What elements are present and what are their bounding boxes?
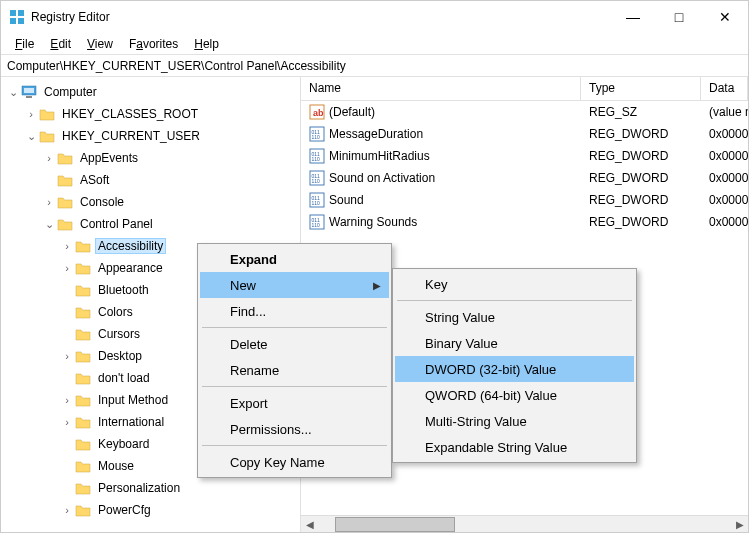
column-data[interactable]: Data	[701, 77, 748, 100]
menu-favorites[interactable]: Favorites	[121, 35, 186, 53]
minimize-button[interactable]: —	[610, 1, 656, 33]
folder-icon	[75, 370, 91, 386]
folder-icon	[75, 282, 91, 298]
ctx-new-dword[interactable]: DWORD (32-bit) Value	[395, 356, 634, 382]
chevron-none	[59, 480, 75, 496]
value-type: REG_DWORD	[581, 125, 701, 143]
ctx-new-binary[interactable]: Binary Value	[395, 330, 634, 356]
address-bar[interactable]: Computer\HKEY_CURRENT_USER\Control Panel…	[1, 55, 748, 77]
horizontal-scrollbar[interactable]: ◀ ▶	[301, 515, 748, 532]
folder-icon	[39, 128, 55, 144]
folder-icon	[57, 150, 73, 166]
tree-label: Control Panel	[77, 216, 156, 232]
list-row[interactable]: MessageDurationREG_DWORD0x00000005 (5)	[301, 123, 748, 145]
chevron-right-icon[interactable]: ›	[59, 348, 75, 364]
chevron-right-icon[interactable]: ›	[59, 238, 75, 254]
value-data: (value not set)	[701, 103, 748, 121]
ctx-rename[interactable]: Rename	[200, 357, 389, 383]
binary-value-icon	[309, 192, 325, 208]
maximize-button[interactable]: □	[656, 1, 702, 33]
value-name: Sound on Activation	[329, 171, 435, 185]
binary-value-icon	[309, 126, 325, 142]
value-type: REG_DWORD	[581, 191, 701, 209]
value-name: MinimumHitRadius	[329, 149, 430, 163]
tree-label: Desktop	[95, 348, 145, 364]
menu-edit[interactable]: Edit	[42, 35, 79, 53]
column-type[interactable]: Type	[581, 77, 701, 100]
column-name[interactable]: Name	[301, 77, 581, 100]
tree-label: Mouse	[95, 458, 137, 474]
folder-icon	[57, 194, 73, 210]
folder-icon	[75, 502, 91, 518]
tree-root[interactable]: ⌄ Computer	[1, 81, 300, 103]
chevron-right-icon[interactable]: ›	[59, 392, 75, 408]
tree-appevents[interactable]: › AppEvents	[1, 147, 300, 169]
ctx-new[interactable]: New ▶	[200, 272, 389, 298]
ctx-permissions[interactable]: Permissions...	[200, 416, 389, 442]
ctx-find[interactable]: Find...	[200, 298, 389, 324]
ctx-new-string[interactable]: String Value	[395, 304, 634, 330]
tree-label: Appearance	[95, 260, 166, 276]
chevron-down-icon[interactable]: ⌄	[41, 216, 57, 232]
ctx-expand[interactable]: Expand	[200, 246, 389, 272]
folder-icon	[57, 216, 73, 232]
tree-label: Cursors	[95, 326, 143, 342]
close-button[interactable]: ✕	[702, 1, 748, 33]
ctx-copykeyname[interactable]: Copy Key Name	[200, 449, 389, 475]
binary-value-icon	[309, 214, 325, 230]
ctx-new-expandstring[interactable]: Expandable String Value	[395, 434, 634, 460]
chevron-right-icon[interactable]: ›	[23, 106, 39, 122]
ctx-new-multistring[interactable]: Multi-String Value	[395, 408, 634, 434]
list-row[interactable]: MinimumHitRadiusREG_DWORD0x00000000 (0)	[301, 145, 748, 167]
tree-label: Console	[77, 194, 127, 210]
chevron-right-icon[interactable]: ›	[59, 260, 75, 276]
ctx-export[interactable]: Export	[200, 390, 389, 416]
folder-icon	[75, 436, 91, 452]
tree-hkcu[interactable]: ⌄ HKEY_CURRENT_USER	[1, 125, 300, 147]
list-row[interactable]: SoundREG_DWORD0x00000000 (0)	[301, 189, 748, 211]
list-row[interactable]: Warning SoundsREG_DWORD0x00000001 (1)	[301, 211, 748, 233]
tree-powercfg[interactable]: › PowerCfg	[1, 499, 300, 521]
folder-icon	[57, 172, 73, 188]
title-bar: Registry Editor — □ ✕	[1, 1, 748, 33]
ctx-delete[interactable]: Delete	[200, 331, 389, 357]
list-row[interactable]: (Default)REG_SZ(value not set)	[301, 101, 748, 123]
tree-label: HKEY_CURRENT_USER	[59, 128, 203, 144]
tree-controlpanel[interactable]: ⌄ Control Panel	[1, 213, 300, 235]
regedit-icon	[9, 9, 25, 25]
folder-icon	[75, 260, 91, 276]
list-row[interactable]: Sound on ActivationREG_DWORD0x00000000 (…	[301, 167, 748, 189]
menu-file[interactable]: File	[7, 35, 42, 53]
tree-label: AppEvents	[77, 150, 141, 166]
tree-label: PowerCfg	[95, 502, 154, 518]
tree-asoft[interactable]: ASoft	[1, 169, 300, 191]
chevron-right-icon[interactable]: ›	[59, 502, 75, 518]
tree-console[interactable]: › Console	[1, 191, 300, 213]
tree-label: Personalization	[95, 480, 183, 496]
scroll-left-icon[interactable]: ◀	[301, 516, 318, 533]
ctx-new-key[interactable]: Key	[395, 271, 634, 297]
menu-view[interactable]: View	[79, 35, 121, 53]
menu-help[interactable]: Help	[186, 35, 227, 53]
scroll-thumb[interactable]	[335, 517, 455, 532]
chevron-none	[59, 304, 75, 320]
context-menu-key: Expand New ▶ Find... Delete Rename Expor…	[197, 243, 392, 478]
folder-icon	[75, 392, 91, 408]
tree-label: Colors	[95, 304, 136, 320]
ctx-new-qword[interactable]: QWORD (64-bit) Value	[395, 382, 634, 408]
value-type: REG_DWORD	[581, 169, 701, 187]
tree-personalization[interactable]: Personalization	[1, 477, 300, 499]
tree-label: HKEY_CLASSES_ROOT	[59, 106, 201, 122]
scroll-right-icon[interactable]: ▶	[731, 516, 748, 533]
folder-icon	[39, 106, 55, 122]
chevron-right-icon[interactable]: ›	[41, 194, 57, 210]
tree-label: Input Method	[95, 392, 171, 408]
chevron-none	[59, 458, 75, 474]
chevron-right-icon[interactable]: ›	[41, 150, 57, 166]
ctx-separator	[202, 327, 387, 328]
tree-hkcr[interactable]: › HKEY_CLASSES_ROOT	[1, 103, 300, 125]
chevron-down-icon[interactable]: ⌄	[23, 128, 39, 144]
chevron-right-icon[interactable]: ›	[59, 414, 75, 430]
value-name: Warning Sounds	[329, 215, 417, 229]
chevron-down-icon[interactable]: ⌄	[5, 84, 21, 100]
